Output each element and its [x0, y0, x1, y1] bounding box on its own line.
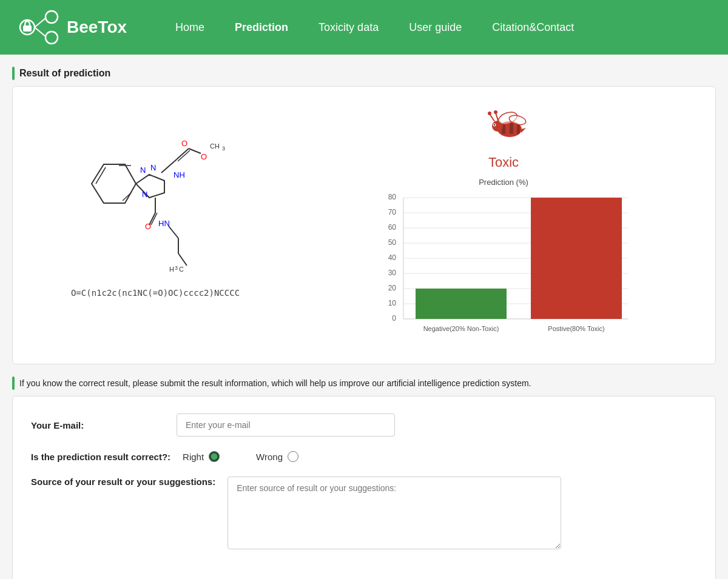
right-label: Right	[183, 452, 204, 462]
svg-text:50: 50	[388, 238, 397, 247]
svg-rect-5	[23, 25, 32, 32]
svg-line-3	[35, 18, 46, 27]
svg-rect-36	[510, 123, 513, 134]
source-label: Source of your result or your suggestion…	[31, 477, 215, 487]
wrong-radio[interactable]	[288, 451, 298, 462]
nav-prediction[interactable]: Prediction	[235, 21, 288, 33]
svg-line-30	[178, 253, 187, 266]
chart-section: Toxic Prediction (%) 0	[304, 99, 703, 352]
chart-title: Prediction (%)	[479, 178, 528, 187]
bee-icon	[476, 99, 531, 150]
svg-text:N: N	[150, 163, 156, 172]
nav-citation-contact[interactable]: Citation&Contact	[492, 21, 574, 33]
feedback-section-bar	[12, 377, 15, 390]
molecule-section: N N N NH O O CH 3	[25, 99, 286, 298]
svg-point-2	[46, 32, 58, 44]
svg-rect-37	[517, 124, 520, 134]
svg-line-4	[35, 27, 46, 36]
section-bar	[12, 67, 15, 80]
correct-label: Is the prediction result correct?:	[31, 452, 170, 462]
svg-text:40: 40	[388, 253, 397, 262]
svg-line-19	[189, 149, 201, 153]
toxic-label: Toxic	[488, 155, 519, 170]
navbar: BeeTox Home Prediction Toxicity data Use…	[0, 0, 728, 55]
svg-line-39	[490, 114, 494, 121]
nav-home[interactable]: Home	[175, 21, 204, 33]
svg-text:3: 3	[222, 146, 225, 152]
right-option[interactable]: Right	[183, 451, 220, 462]
svg-text:H: H	[169, 266, 174, 273]
feedback-notice: If you know the correct result, please s…	[19, 378, 531, 388]
svg-text:HN: HN	[158, 219, 170, 228]
svg-point-47	[494, 124, 495, 126]
wrong-option[interactable]: Wrong	[256, 451, 298, 462]
smiles-text: O=C(n1c2c(nc1NC(=O)OC)cccc2)NCCCC	[71, 288, 240, 298]
source-textarea[interactable]	[228, 477, 561, 549]
molecule-diagram: N N N NH O O CH 3	[28, 99, 283, 281]
prediction-card-inner: N N N NH O O CH 3	[25, 99, 703, 352]
svg-point-42	[494, 110, 497, 114]
radio-row: Is the prediction result correct?: Right…	[31, 451, 697, 462]
svg-text:30: 30	[388, 269, 397, 277]
svg-marker-10	[136, 175, 164, 198]
nav-toxicity-data[interactable]: Toxicity data	[318, 21, 379, 33]
right-radio[interactable]	[209, 451, 220, 462]
svg-text:60: 60	[388, 223, 397, 232]
svg-text:C: C	[179, 266, 184, 273]
bar-negative	[416, 289, 507, 319]
svg-point-1	[46, 11, 58, 23]
nav-links: Home Prediction Toxicity data User guide…	[175, 21, 574, 34]
feedback-section-header: If you know the correct result, please s…	[12, 377, 716, 390]
email-label: Your E-mail:	[31, 420, 164, 430]
svg-point-40	[488, 112, 491, 115]
result-section-title: Result of prediction	[19, 68, 110, 79]
svg-text:O: O	[181, 139, 187, 148]
svg-line-41	[496, 113, 498, 121]
bar-chart: 0 10 20 30 40	[364, 192, 643, 352]
svg-marker-6	[92, 164, 136, 203]
svg-text:80: 80	[388, 193, 397, 201]
svg-text:N: N	[140, 166, 146, 175]
svg-text:10: 10	[388, 299, 397, 307]
svg-text:Negative(20% Non-Toxic): Negative(20% Non-Toxic)	[423, 325, 499, 332]
bar-positive	[531, 198, 622, 319]
svg-text:Postive(80% Toxic): Postive(80% Toxic)	[548, 325, 604, 332]
svg-text:O: O	[201, 152, 207, 161]
radio-group: Right Wrong	[183, 451, 298, 462]
svg-text:CH: CH	[210, 142, 220, 150]
svg-text:0: 0	[392, 314, 396, 323]
result-card: N N N NH O O CH 3	[12, 86, 716, 364]
svg-marker-45	[521, 128, 526, 133]
logo-text: BeeTox	[67, 18, 127, 37]
svg-line-16	[177, 149, 189, 159]
svg-text:N: N	[142, 190, 147, 199]
svg-text:20: 20	[388, 284, 397, 292]
svg-text:O: O	[145, 222, 151, 231]
wrong-label: Wrong	[256, 452, 283, 462]
bar-chart-svg: 0 10 20 30 40	[364, 192, 643, 349]
svg-line-17	[178, 150, 190, 161]
svg-text:70: 70	[388, 208, 397, 216]
email-input[interactable]	[177, 413, 395, 437]
svg-text:3: 3	[175, 265, 178, 271]
source-row: Source of your result or your suggestion…	[31, 477, 697, 549]
svg-line-28	[169, 226, 178, 238]
email-row: Your E-mail:	[31, 413, 697, 437]
feedback-card: Your E-mail: Is the prediction result co…	[12, 396, 716, 579]
main-content: Result of prediction N N N	[0, 55, 728, 579]
result-section-header: Result of prediction	[12, 67, 716, 80]
logo[interactable]: BeeTox	[18, 6, 127, 49]
svg-text:NH: NH	[174, 170, 185, 179]
nav-user-guide[interactable]: User guide	[409, 21, 462, 33]
logo-icon	[18, 6, 61, 49]
